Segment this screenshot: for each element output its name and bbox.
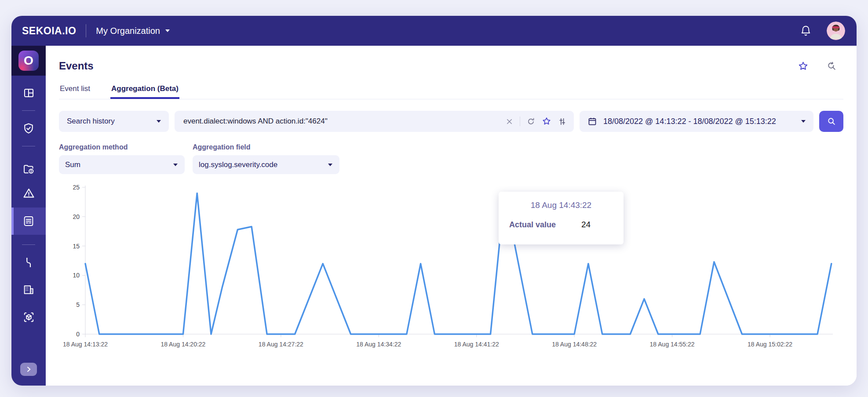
sidebar-item-events[interactable] xyxy=(11,208,46,235)
sidebar-divider xyxy=(22,244,35,245)
tooltip-timestamp: 18 Aug 14:43:22 xyxy=(509,200,613,210)
building-icon xyxy=(22,284,35,296)
aggregation-field-label: Aggregation field xyxy=(193,143,339,151)
favorite-star-icon[interactable] xyxy=(798,61,809,72)
organization-name: My Organization xyxy=(96,26,160,36)
search-button[interactable] xyxy=(819,111,843,132)
main-content: Events xyxy=(46,46,857,386)
tooltip-value: 24 xyxy=(581,220,591,229)
caret-down-icon xyxy=(328,164,332,166)
query-input[interactable]: event.dialect:windows AND action.id:"462… xyxy=(175,111,574,132)
sidebar-item-security[interactable] xyxy=(11,122,46,135)
topbar-divider xyxy=(86,24,86,37)
date-range-picker[interactable]: 18/08/2022 @ 14:13:22 - 18/08/2022 @ 15:… xyxy=(580,111,813,132)
aggregation-field-value: log.syslog.severity.code xyxy=(199,160,277,169)
topbar: SEKOIA.IO My Organization xyxy=(11,16,857,46)
cube-scan-icon xyxy=(22,311,35,324)
query-text: event.dialect:windows AND action.id:"462… xyxy=(183,117,505,126)
magnifier-icon xyxy=(827,117,836,126)
svg-text:0: 0 xyxy=(76,331,80,338)
sidebar-item-intakes[interactable] xyxy=(11,256,46,269)
svg-text:18 Aug 14:13:22: 18 Aug 14:13:22 xyxy=(63,341,108,348)
sidebar: O xyxy=(11,46,46,386)
caret-down-icon xyxy=(173,164,178,166)
sidebar-item-dashboard[interactable] xyxy=(11,87,46,99)
search-history-label: Search history xyxy=(67,117,115,126)
svg-text:10: 10 xyxy=(73,272,80,279)
app-window: SEKOIA.IO My Organization xyxy=(11,16,857,386)
search-history-icon[interactable] xyxy=(826,61,837,72)
aggregation-method-value: Sum xyxy=(65,160,80,169)
svg-text:18 Aug 15:02:22: 18 Aug 15:02:22 xyxy=(748,341,792,348)
aggregation-chart[interactable]: 051015202518 Aug 14:13:2218 Aug 14:20:22… xyxy=(59,182,843,354)
folder-alert-icon xyxy=(22,163,35,175)
tooltip-series-label: Actual value xyxy=(509,220,556,229)
sekoia-logo-icon: O xyxy=(18,51,39,71)
events-list-icon xyxy=(22,215,35,227)
page-title: Events xyxy=(59,60,94,72)
sidebar-divider xyxy=(22,110,35,111)
dashboard-icon xyxy=(23,87,35,99)
chart-tooltip: 18 Aug 14:43:22 Actual value 24 xyxy=(499,192,624,244)
chevron-right-icon xyxy=(25,366,32,373)
tab-event-list[interactable]: Event list xyxy=(59,79,91,99)
favorite-query-star-icon[interactable] xyxy=(542,117,551,126)
intake-cable-icon xyxy=(22,256,35,269)
svg-text:18 Aug 14:55:22: 18 Aug 14:55:22 xyxy=(650,341,695,348)
svg-text:18 Aug 14:20:22: 18 Aug 14:20:22 xyxy=(160,341,205,348)
svg-text:15: 15 xyxy=(73,243,80,250)
sidebar-divider xyxy=(22,146,35,146)
notifications-bell-icon[interactable] xyxy=(800,25,812,37)
svg-text:18 Aug 14:41:22: 18 Aug 14:41:22 xyxy=(454,341,499,348)
svg-text:18 Aug 14:34:22: 18 Aug 14:34:22 xyxy=(356,341,401,348)
icon-divider xyxy=(520,117,520,126)
caret-down-icon xyxy=(157,120,161,123)
warning-triangle-icon xyxy=(22,187,35,200)
organization-switcher[interactable]: My Organization xyxy=(96,26,170,36)
calendar-icon xyxy=(587,117,597,126)
aggregation-field-select[interactable]: log.syslog.severity.code xyxy=(193,155,339,174)
brand-logo: SEKOIA.IO xyxy=(22,25,76,37)
shield-check-icon xyxy=(22,122,35,135)
tab-bar: Event list Aggregation (Beta) xyxy=(59,79,843,99)
caret-down-icon xyxy=(165,29,170,32)
clear-query-icon[interactable] xyxy=(505,117,514,126)
sidebar-expand-button[interactable] xyxy=(20,363,37,376)
sidebar-item-cases[interactable] xyxy=(11,163,46,175)
search-history-select[interactable]: Search history xyxy=(59,111,169,132)
date-range-text: 18/08/2022 @ 14:13:22 - 18/08/2022 @ 15:… xyxy=(603,117,795,126)
svg-text:18 Aug 14:48:22: 18 Aug 14:48:22 xyxy=(552,341,597,348)
sidebar-item-organization[interactable] xyxy=(11,284,46,296)
svg-text:20: 20 xyxy=(73,213,80,220)
sidebar-item-home[interactable]: O xyxy=(11,46,46,76)
user-avatar[interactable] xyxy=(827,22,845,40)
filters-tune-icon[interactable] xyxy=(558,117,567,126)
sidebar-item-assets[interactable] xyxy=(11,311,46,324)
aggregation-chart-area: 051015202518 Aug 14:13:2218 Aug 14:20:22… xyxy=(59,182,843,354)
svg-text:18 Aug 14:27:22: 18 Aug 14:27:22 xyxy=(259,341,303,348)
caret-down-icon xyxy=(801,120,806,123)
refresh-icon[interactable] xyxy=(526,117,536,126)
svg-text:5: 5 xyxy=(76,301,80,308)
aggregation-method-label: Aggregation method xyxy=(59,143,185,151)
svg-text:25: 25 xyxy=(73,184,80,191)
aggregation-method-select[interactable]: Sum xyxy=(59,155,185,174)
tab-aggregation[interactable]: Aggregation (Beta) xyxy=(110,79,179,99)
sidebar-item-alerts[interactable] xyxy=(11,187,46,200)
